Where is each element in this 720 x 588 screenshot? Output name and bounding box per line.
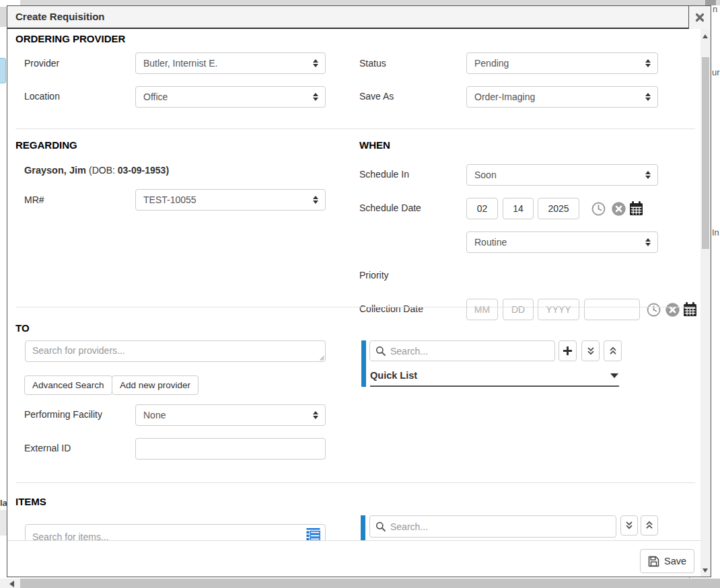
location-select[interactable]: Office [135,86,326,108]
quick-list-caret-icon[interactable] [610,373,618,378]
status-label: Status [359,58,386,69]
schedule-day-input[interactable] [503,198,534,219]
to-panel-accent-bar [361,340,366,387]
select-caret-icon [645,238,651,246]
dob-prefix: (DOB: [89,165,118,176]
collection-time-input[interactable] [584,299,640,320]
dob-value: 03-09-1953 [118,165,166,176]
schedule-date-label: Schedule Date [359,203,421,213]
collection-month-input[interactable] [466,299,498,320]
schedule-year-input[interactable] [538,198,579,219]
mr-label: MR# [24,194,44,205]
clear-date-icon[interactable] [612,202,626,216]
provider-label: Provider [24,58,59,69]
to-heading: TO [15,322,30,334]
clock-icon[interactable] [647,303,661,317]
provider-search-textarea[interactable] [25,340,326,362]
save-as-select[interactable]: Order-Imaging [466,86,658,108]
mr-select-value: TEST-10055 [143,194,196,205]
double-chevron-up-icon [608,346,618,357]
quick-list-label: Quick List [370,370,417,381]
background-left-fragment [0,7,7,27]
clock-icon[interactable] [591,202,606,216]
dialog-title: Create Requisition [15,6,105,28]
priority-label: Priority [359,270,389,281]
location-label: Location [24,91,60,102]
dialog-header: Create Requisition [7,6,711,29]
add-new-provider-button[interactable]: Add new provider [112,375,199,395]
background-left-button-fragment [0,58,6,83]
external-id-input[interactable] [135,438,326,460]
schedule-in-label: Schedule In [359,169,409,180]
to-panel-search-input[interactable] [369,340,555,361]
create-requisition-dialog: Create Requisition ORDERING PROVIDER Pro… [7,5,711,577]
mr-select[interactable]: TEST-10055 [135,189,326,211]
section-divider [15,482,695,483]
collapse-all-button[interactable] [604,340,622,361]
calendar-icon[interactable] [683,302,697,317]
advanced-search-button[interactable]: Advanced Search [24,375,112,395]
items-search-textarea[interactable] [25,524,326,541]
location-select-value: Office [143,91,168,102]
close-icon [695,13,705,22]
provider-select[interactable]: Butler, Internist E. [135,52,326,74]
performing-facility-label: Performing Facility [24,409,102,420]
priority-select-value: Routine [474,237,507,248]
double-chevron-down-icon [585,346,596,357]
scroll-left-arrow-icon[interactable] [9,581,14,587]
clear-date-icon[interactable] [665,303,680,317]
dialog-scroll-area: ORDERING PROVIDER Provider Butler, Inter… [7,29,702,541]
collection-year-input[interactable] [538,299,579,320]
expand-all-button[interactable] [581,340,600,361]
close-button[interactable] [688,6,711,29]
schedule-in-select-value: Soon [474,170,497,180]
items-panel-search-input[interactable] [369,515,616,538]
background-text-fragment: In [712,227,719,237]
dialog-vertical-scrollbar[interactable] [700,29,711,577]
provider-select-value: Butler, Internist E. [143,58,218,69]
scroll-down-arrow-icon[interactable] [703,568,708,573]
double-chevron-up-icon [644,520,655,531]
background-text-fragment: ur [712,67,720,77]
select-caret-icon [645,93,651,101]
collection-date-label: Collection Date [359,303,423,314]
save-as-label: Save As [359,91,394,102]
page-horizontal-scrollbar-thumb[interactable] [20,579,720,588]
performing-facility-select[interactable]: None [135,404,326,426]
select-caret-icon [313,411,318,419]
scroll-up-arrow-icon[interactable] [703,34,708,38]
save-button-label: Save [664,556,686,566]
items-list-icon[interactable] [306,528,320,541]
save-button[interactable]: Save [640,549,694,573]
patient-name: Grayson, Jim [24,165,86,176]
add-to-list-button[interactable] [559,340,577,361]
select-caret-icon [645,171,651,179]
background-page-header-strip [20,0,720,5]
expand-all-button[interactable] [620,515,638,536]
status-select[interactable]: Pending [466,52,658,74]
regarding-heading: REGARDING [15,139,77,151]
schedule-in-select[interactable]: Soon [466,164,658,186]
performing-facility-select-value: None [143,410,166,420]
dob-suffix: ) [166,165,169,176]
items-heading: ITEMS [15,496,46,507]
section-divider [15,307,695,307]
collection-day-input[interactable] [503,299,534,320]
section-divider [15,128,695,129]
schedule-month-input[interactable] [466,198,498,219]
dialog-vertical-scrollbar-thumb[interactable] [702,57,709,249]
quick-list-underline [370,385,619,387]
background-text-fragment: n [713,4,717,14]
select-caret-icon [645,59,651,67]
double-chevron-down-icon [624,520,635,531]
patient-dob: (DOB: 03-09-1953) [89,165,169,176]
ordering-provider-heading: ORDERING PROVIDER [15,33,125,44]
collapse-all-button[interactable] [641,515,658,536]
priority-select[interactable]: Routine [466,231,658,253]
save-disk-icon [648,556,659,567]
calendar-icon[interactable] [629,201,643,216]
save-as-select-value: Order-Imaging [474,91,535,102]
plus-icon [563,346,573,356]
external-id-label: External ID [24,443,71,453]
select-caret-icon [313,196,318,204]
